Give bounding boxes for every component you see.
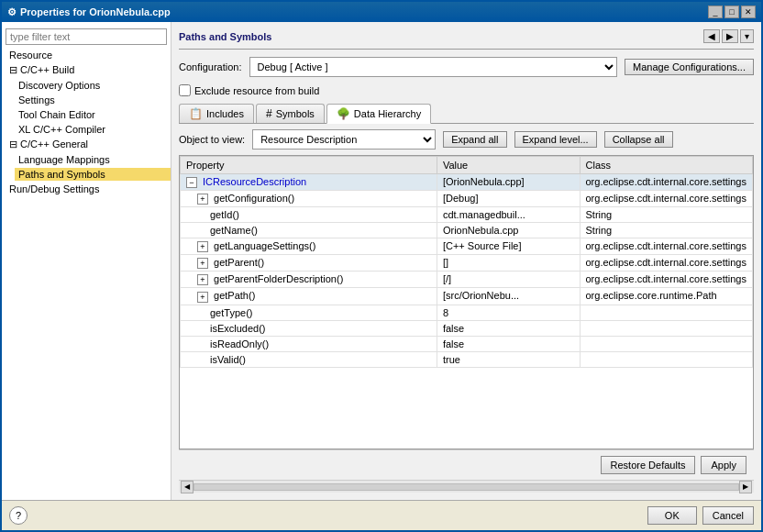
property-value: isReadOnly() bbox=[210, 338, 269, 349]
table-row[interactable]: isReadOnly() false bbox=[181, 336, 753, 351]
collapse-all-button[interactable]: Collapse all bbox=[604, 131, 673, 148]
maximize-button[interactable]: □ bbox=[724, 6, 739, 18]
property-cell: + getLanguageSettings() bbox=[181, 238, 437, 255]
dropdown-button[interactable]: ▾ bbox=[740, 29, 754, 43]
sidebar-item-language[interactable]: Language Mappings bbox=[2, 152, 171, 167]
table-row[interactable]: + getParent() [] org.eclipse.cdt.interna… bbox=[181, 255, 753, 272]
class-cell bbox=[580, 305, 753, 320]
title-text: Properties for OrionNebula.cpp bbox=[20, 6, 171, 17]
sidebar-item-cpp-general[interactable]: ⊟ C/C++ General bbox=[2, 137, 171, 152]
includes-tab-label: Includes bbox=[206, 108, 244, 119]
sidebar-item-rundebug[interactable]: Run/Debug Settings bbox=[2, 182, 171, 196]
symbols-tab-icon: # bbox=[266, 107, 272, 120]
expand-icon[interactable]: + bbox=[197, 194, 208, 205]
configuration-select[interactable]: Debug [ Active ] bbox=[249, 57, 618, 77]
expand-all-button[interactable]: Expand all bbox=[443, 131, 506, 148]
table-row[interactable]: + getConfiguration() [Debug] org.eclipse… bbox=[181, 191, 753, 207]
symbols-tab-label: Symbols bbox=[276, 108, 315, 119]
main-window: ⚙ Properties for OrionNebula.cpp _ □ ✕ R… bbox=[0, 0, 763, 532]
scroll-right-button[interactable]: ▶ bbox=[739, 481, 752, 493]
sidebar-item-label: XL C/C++ Compiler bbox=[15, 123, 171, 136]
object-row: Object to view: Resource Description Exp… bbox=[179, 129, 754, 150]
tab-includes[interactable]: 📋 Includes bbox=[179, 104, 254, 123]
manage-configurations-button[interactable]: Manage Configurations... bbox=[625, 59, 754, 75]
class-cell bbox=[580, 336, 753, 351]
table-row[interactable]: isValid() true bbox=[181, 351, 753, 367]
tab-symbols[interactable]: # Symbols bbox=[256, 104, 325, 123]
scroll-track[interactable] bbox=[194, 483, 739, 491]
property-cell: + getParentFolderDescription() bbox=[181, 272, 437, 288]
right-panel: Paths and Symbols ◀ ▶ ▾ Configuration: D… bbox=[171, 22, 761, 500]
table-row[interactable]: + getPath() [src/OrionNebu... org.eclips… bbox=[181, 288, 753, 305]
value-cell: OrionNebula.cpp bbox=[437, 223, 580, 238]
class-cell: String bbox=[580, 223, 753, 238]
property-value: isValid() bbox=[210, 354, 246, 365]
value-cell: [OrionNebula.cpp] bbox=[437, 174, 580, 191]
sidebar-item-label: Settings bbox=[15, 94, 171, 106]
apply-button[interactable]: Apply bbox=[701, 456, 746, 474]
tab-data-hierarchy[interactable]: 🌳 Data Hierarchy bbox=[326, 104, 431, 124]
class-column-header: Class bbox=[580, 157, 753, 174]
sidebar-item-paths[interactable]: Paths and Symbols bbox=[2, 167, 171, 182]
class-cell bbox=[580, 320, 753, 336]
expand-icon[interactable]: − bbox=[186, 177, 197, 188]
minimize-button[interactable]: _ bbox=[708, 6, 723, 18]
scroll-left-button[interactable]: ◀ bbox=[181, 481, 194, 493]
table-row[interactable]: − ICResourceDescription [OrionNebula.cpp… bbox=[181, 174, 753, 191]
help-button[interactable]: ? bbox=[9, 506, 28, 525]
property-value: ICResourceDescription bbox=[203, 176, 306, 187]
sidebar-item-resource[interactable]: Resource bbox=[2, 48, 171, 62]
dialog-footer: ? OK Cancel bbox=[2, 500, 761, 530]
ok-button[interactable]: OK bbox=[647, 506, 697, 525]
value-cell: false bbox=[437, 336, 580, 351]
sidebar-item-settings[interactable]: Settings bbox=[2, 93, 171, 107]
sidebar-item-toolchain[interactable]: Tool Chain Editor bbox=[2, 107, 171, 122]
table-row[interactable]: getType() 8 bbox=[181, 305, 753, 320]
forward-button[interactable]: ▶ bbox=[722, 29, 738, 43]
expand-icon[interactable]: + bbox=[197, 274, 208, 285]
property-cell: + getConfiguration() bbox=[181, 191, 437, 207]
sidebar-item-cpp-build[interactable]: ⊟ C/C++ Build bbox=[2, 62, 171, 78]
sidebar-item-label: Discovery Options bbox=[15, 79, 171, 92]
class-cell: org.eclipse.cdt.internal.core.settings bbox=[580, 191, 753, 207]
table-row[interactable]: + getLanguageSettings() [C++ Source File… bbox=[181, 238, 753, 255]
property-cell: isValid() bbox=[181, 351, 437, 367]
object-to-view-select[interactable]: Resource Description bbox=[252, 129, 436, 150]
expand-icon[interactable]: + bbox=[197, 292, 208, 303]
expand-level-button[interactable]: Expand level... bbox=[514, 131, 597, 148]
sidebar-item-label: ⊟ C/C++ Build bbox=[6, 63, 171, 77]
property-table: Property Value Class − ICResourceDescrip… bbox=[180, 156, 753, 368]
class-cell: org.eclipse.cdt.internal.core.settings bbox=[580, 272, 753, 288]
sidebar-item-xlcompiler[interactable]: XL C/C++ Compiler bbox=[2, 122, 171, 137]
table-row[interactable]: getId() cdt.managedbuil... String bbox=[181, 207, 753, 223]
expand-icon[interactable]: + bbox=[197, 258, 208, 269]
window-controls: _ □ ✕ bbox=[708, 6, 756, 18]
table-row[interactable]: getName() OrionNebula.cpp String bbox=[181, 223, 753, 238]
property-value: getParent() bbox=[214, 257, 264, 268]
property-value: getLanguageSettings() bbox=[214, 240, 315, 251]
table-row[interactable]: + getParentFolderDescription() [/] org.e… bbox=[181, 272, 753, 288]
bottom-bar: Restore Defaults Apply bbox=[179, 449, 754, 480]
property-table-container: Property Value Class − ICResourceDescrip… bbox=[179, 155, 754, 449]
property-cell: isReadOnly() bbox=[181, 336, 437, 351]
sidebar-item-label: Paths and Symbols bbox=[15, 168, 171, 181]
close-button[interactable]: ✕ bbox=[741, 6, 756, 18]
main-content: Resource ⊟ C/C++ Build Discovery Options… bbox=[2, 22, 761, 500]
horizontal-scrollbar[interactable]: ◀ ▶ bbox=[179, 480, 754, 493]
expand-icon[interactable]: + bbox=[197, 241, 208, 252]
sidebar-item-label: Run/Debug Settings bbox=[6, 183, 171, 195]
property-cell: isExcluded() bbox=[181, 320, 437, 336]
configuration-row: Configuration: Debug [ Active ] Manage C… bbox=[179, 57, 754, 77]
property-cell: getName() bbox=[181, 223, 437, 238]
restore-defaults-button[interactable]: Restore Defaults bbox=[601, 456, 696, 474]
value-cell: [Debug] bbox=[437, 191, 580, 207]
exclude-checkbox[interactable] bbox=[179, 84, 191, 96]
back-button[interactable]: ◀ bbox=[703, 29, 720, 43]
class-cell: org.eclipse.cdt.internal.core.settings bbox=[580, 174, 753, 191]
value-cell: [src/OrionNebu... bbox=[437, 288, 580, 305]
cancel-button[interactable]: Cancel bbox=[702, 506, 754, 525]
value-cell: false bbox=[437, 320, 580, 336]
table-row[interactable]: isExcluded() false bbox=[181, 320, 753, 336]
filter-input[interactable] bbox=[6, 28, 167, 45]
sidebar-item-discovery[interactable]: Discovery Options bbox=[2, 78, 171, 93]
